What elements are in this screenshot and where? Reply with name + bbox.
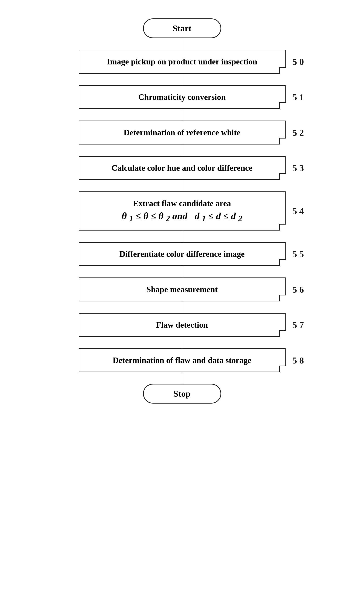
connector-4 [182, 180, 182, 192]
step-50-box: Image pickup on product under inspection [79, 50, 286, 74]
extract-title: Extract flaw candidate area [88, 199, 277, 208]
step-51-wrapper: Chromaticity conversion 5 1 [79, 85, 286, 109]
connector-5 [182, 231, 182, 242]
connector-7 [182, 301, 182, 313]
step-54-box: Extract flaw candidate area θ 1 ≤ θ ≤ θ … [79, 192, 286, 231]
step-57-box: Flaw detection [79, 313, 286, 337]
connector-1 [182, 74, 182, 85]
step-54-wrapper: Extract flaw candidate area θ 1 ≤ θ ≤ θ … [79, 192, 286, 231]
connector-0 [182, 38, 182, 50]
step-50-label: 5 0 [292, 56, 304, 67]
step-57-wrapper: Flaw detection 5 7 [79, 313, 286, 337]
step-55-box: Differentiate color difference image [79, 242, 286, 266]
page: Start Image pickup on product under insp… [0, 0, 364, 589]
step-50-wrapper: Image pickup on product under inspection… [79, 50, 286, 74]
extract-math: θ 1 ≤ θ ≤ θ 2 and d 1 ≤ d ≤ d 2 [88, 211, 277, 223]
step-58-box: Determination of flaw and data storage [79, 348, 286, 372]
stop-terminal: Stop [143, 384, 221, 404]
step-53-wrapper: Calculate color hue and color difference… [79, 156, 286, 180]
flowchart: Start Image pickup on product under insp… [79, 18, 286, 571]
connector-2 [182, 109, 182, 120]
step-52-label: 5 2 [292, 127, 304, 138]
step-51-box: Chromaticity conversion [79, 85, 286, 109]
step-52-wrapper: Determination of reference white 5 2 [79, 120, 286, 145]
step-58-label: 5 8 [292, 355, 304, 366]
connector-8 [182, 337, 182, 348]
step-53-box: Calculate color hue and color difference [79, 156, 286, 180]
connector-6 [182, 266, 182, 278]
step-55-label: 5 5 [292, 249, 304, 259]
connector-9 [182, 372, 182, 384]
step-51-label: 5 1 [292, 92, 304, 103]
step-56-wrapper: Shape measurement 5 6 [79, 278, 286, 301]
step-54-label: 5 4 [292, 206, 304, 217]
step-56-label: 5 6 [292, 284, 304, 295]
step-55-wrapper: Differentiate color difference image 5 5 [79, 242, 286, 266]
step-56-box: Shape measurement [79, 278, 286, 301]
start-terminal: Start [143, 18, 221, 38]
connector-3 [182, 145, 182, 156]
step-58-wrapper: Determination of flaw and data storage 5… [79, 348, 286, 372]
step-52-box: Determination of reference white [79, 120, 286, 145]
step-53-label: 5 3 [292, 163, 304, 173]
step-57-label: 5 7 [292, 320, 304, 330]
